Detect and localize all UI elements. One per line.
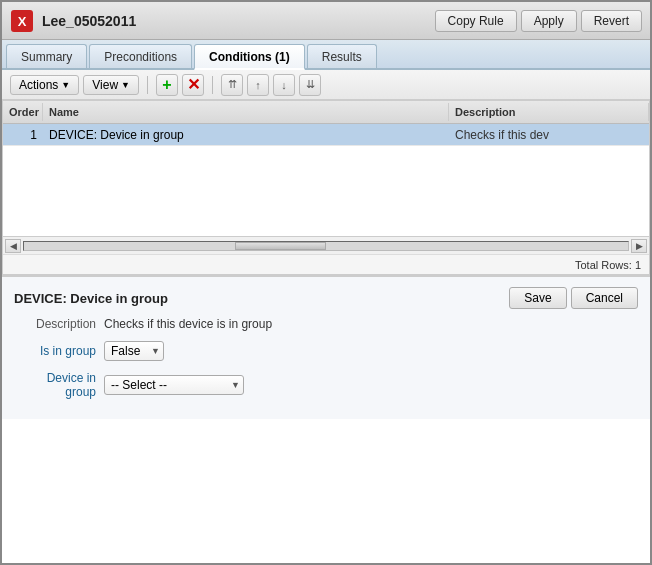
is-in-group-select-wrapper[interactable]: True False: [104, 341, 164, 361]
is-in-group-label: Is in group: [14, 344, 104, 358]
move-up-button[interactable]: ↑: [247, 74, 269, 96]
tab-preconditions[interactable]: Preconditions: [89, 44, 192, 68]
device-in-group-select-wrapper[interactable]: -- Select --: [104, 375, 244, 395]
view-chevron-icon: ▼: [121, 80, 130, 90]
save-button[interactable]: Save: [509, 287, 566, 309]
actions-button[interactable]: Actions ▼: [10, 75, 79, 95]
col-header-description: Description: [449, 103, 649, 121]
horizontal-scrollbar[interactable]: ◀ ▶: [3, 236, 649, 254]
conditions-table: Order Name Description 1 DEVICE: Device …: [2, 100, 650, 275]
detail-title-text: DEVICE: Device in group: [14, 291, 168, 306]
window-title: Lee_05052011: [42, 13, 435, 29]
detail-panel: DEVICE: Device in group Save Cancel Desc…: [2, 275, 650, 419]
app-icon: X: [10, 9, 34, 33]
scroll-left-icon: ◀: [10, 241, 17, 251]
cell-name: DEVICE: Device in group: [43, 126, 449, 144]
tab-results[interactable]: Results: [307, 44, 377, 68]
table-empty-area: [3, 146, 649, 236]
move-down-icon: ↓: [281, 79, 287, 91]
table-row[interactable]: 1 DEVICE: Device in group Checks if this…: [3, 124, 649, 146]
detail-is-in-group-row: Is in group True False: [14, 341, 638, 361]
cell-order: 1: [3, 126, 43, 144]
delete-icon: ✕: [187, 75, 200, 94]
cancel-button[interactable]: Cancel: [571, 287, 638, 309]
detail-device-in-group-row: Device in group -- Select --: [14, 371, 638, 399]
revert-button[interactable]: Revert: [581, 10, 642, 32]
tab-bar: Summary Preconditions Conditions (1) Res…: [2, 40, 650, 70]
scroll-right-icon: ▶: [636, 241, 643, 251]
detail-action-buttons: Save Cancel: [509, 287, 638, 309]
move-top-icon: ⇈: [228, 78, 237, 91]
detail-header: DEVICE: Device in group Save Cancel: [14, 287, 638, 309]
toolbar-separator: [147, 76, 148, 94]
add-icon: +: [162, 76, 171, 94]
header-buttons: Copy Rule Apply Revert: [435, 10, 642, 32]
move-down-button[interactable]: ↓: [273, 74, 295, 96]
description-value: Checks if this device is in group: [104, 317, 272, 331]
app-window: X Lee_05052011 Copy Rule Apply Revert Su…: [0, 0, 652, 565]
actions-chevron-icon: ▼: [61, 80, 70, 90]
copy-rule-button[interactable]: Copy Rule: [435, 10, 517, 32]
col-header-order: Order: [3, 103, 43, 121]
header: X Lee_05052011 Copy Rule Apply Revert: [2, 2, 650, 40]
tab-conditions[interactable]: Conditions (1): [194, 44, 305, 70]
svg-text:X: X: [18, 14, 27, 29]
description-label: Description: [14, 317, 104, 331]
move-to-top-button[interactable]: ⇈: [221, 74, 243, 96]
is-in-group-select[interactable]: True False: [104, 341, 164, 361]
move-up-icon: ↑: [255, 79, 261, 91]
scroll-right-button[interactable]: ▶: [631, 239, 647, 253]
scroll-left-button[interactable]: ◀: [5, 239, 21, 253]
detail-description-row: Description Checks if this device is in …: [14, 317, 638, 331]
add-condition-button[interactable]: +: [156, 74, 178, 96]
delete-condition-button[interactable]: ✕: [182, 74, 204, 96]
move-bottom-icon: ⇊: [306, 78, 315, 91]
col-header-name: Name: [43, 103, 449, 121]
apply-button[interactable]: Apply: [521, 10, 577, 32]
table-header: Order Name Description: [3, 101, 649, 124]
total-rows-bar: Total Rows: 1: [3, 254, 649, 274]
total-rows-label: Total Rows: 1: [575, 259, 641, 271]
tab-summary[interactable]: Summary: [6, 44, 87, 68]
device-in-group-label: Device in group: [14, 371, 104, 399]
scroll-track[interactable]: [23, 241, 629, 251]
move-to-bottom-button[interactable]: ⇊: [299, 74, 321, 96]
device-in-group-select[interactable]: -- Select --: [104, 375, 244, 395]
scroll-thumb[interactable]: [235, 242, 326, 250]
toolbar-separator-2: [212, 76, 213, 94]
conditions-toolbar: Actions ▼ View ▼ + ✕ ⇈ ↑ ↓ ⇊: [2, 70, 650, 100]
cell-description: Checks if this dev: [449, 126, 649, 144]
view-button[interactable]: View ▼: [83, 75, 139, 95]
